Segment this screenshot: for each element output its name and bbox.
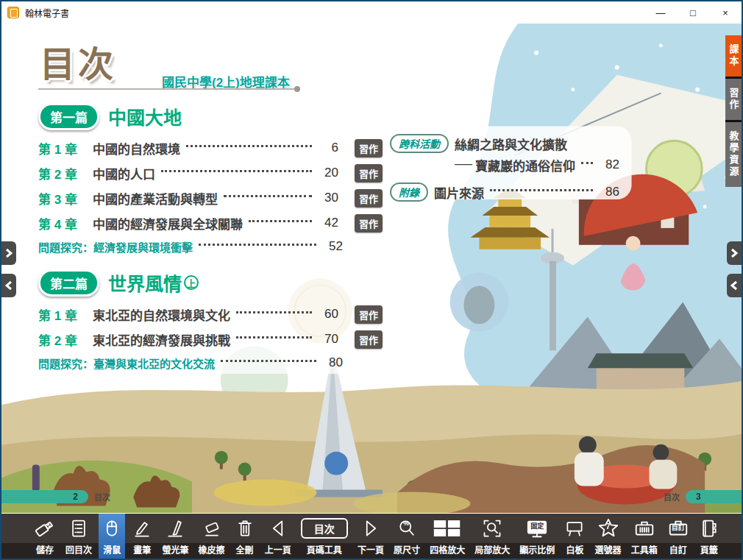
explore-label: 問題探究：臺灣與東北亞的文化交流 [38,355,215,371]
workbook-button[interactable]: 習作 [355,330,383,349]
right-panel-next-arrow[interactable] [727,241,742,265]
page-section-label: 目次 [664,491,680,503]
right-panel-prev-arrow[interactable] [727,274,742,297]
dotted-leader [581,162,593,164]
workbook-button[interactable]: 習作 [355,139,383,157]
chapter-title: 東北亞的自然環境與文化 [93,305,230,324]
grid-icon [433,514,462,543]
toc-entry[interactable]: 第 4 章 中國的經濟發展與全球關聯 42 習作 [38,210,383,235]
left-panel-prev-arrow[interactable] [1,274,16,297]
dotted-leader [236,311,312,313]
dotted-leader [249,220,312,222]
mouse-tool-button[interactable]: 滑鼠 [99,514,125,559]
previous-page-button[interactable]: 上一頁 [262,514,294,559]
display-ratio-button[interactable]: 固定 顯示比例 [516,514,558,559]
chapter-title: 中國的自然環境 [93,139,180,157]
section-badge: 第二篇 [38,269,99,297]
chapter-page: 60 [315,307,338,322]
tab-textbook[interactable]: 課本 [725,35,742,77]
toc-entry-explore[interactable]: 問題探究：經濟發展與環境衝擊 52 [38,235,383,258]
highlighter-tool-button[interactable]: 螢光筆 [159,514,191,559]
explore-page: 80 [319,355,343,370]
bottom-toolbar: 儲存 回目次 滑鼠 畫筆 螢光筆 [1,514,742,559]
chevron-right-icon [730,248,738,258]
chapter-page: 6 [315,141,338,155]
toc-entry[interactable]: 第 2 章 東北亞的經濟發展與挑戰 70 習作 [38,327,383,352]
whiteboard-button[interactable]: 白板 [561,514,588,559]
tab-workbook[interactable]: 習作 [725,79,742,120]
workbook-button[interactable]: 習作 [355,214,383,233]
partial-zoom-button[interactable]: 局部放大 [472,514,513,559]
chapter-title: 中國的人口 [93,164,155,182]
left-page-indicator: 2 目次 [1,490,116,503]
toc-jump-button[interactable]: 目次 [301,518,348,539]
workbook-button[interactable]: 習作 [355,189,383,208]
dotted-leader [186,145,312,147]
back-to-toc-button[interactable]: 回目次 [63,514,95,559]
left-panel-next-arrow[interactable] [1,241,16,265]
section-2-header: 第二篇 世界風情上 [38,269,383,296]
dotted-leader [490,189,593,191]
explore-label: 問題探究：經濟發展與環境衝擊 [38,239,193,255]
custom-button[interactable]: 自訂 自訂 [664,514,692,559]
window-title: 翰林電子書 [25,7,69,19]
chapter-page: 30 [315,191,338,205]
usb-drive-icon [34,514,56,543]
appendix-entry[interactable]: 附錄 圖片來源 86 [390,182,619,202]
dotted-leader [236,336,312,339]
original-size-button[interactable]: % 原尺寸 [391,514,423,559]
chapter-page: 70 [315,332,338,347]
number-picker-button[interactable]: 7 選號器 [592,514,625,559]
cross-activity-badge: 跨科活動 [390,134,449,153]
maximize-button[interactable]: □ [677,1,709,24]
pen-tool-button[interactable]: 畫筆 [129,514,155,559]
app-window: 翰林電子書 — □ × [0,0,743,560]
dotted-leader [221,360,316,362]
toc-entry[interactable]: 第 2 章 中國的人口 20 習作 [38,160,383,185]
bookmark-page-icon [699,514,719,543]
toolbox-button[interactable]: 工具箱 [628,514,661,559]
toc-entry-explore[interactable]: 問題探究：臺灣與東北亞的文化交流 80 [38,352,383,374]
next-page-button[interactable]: 下一頁 [355,514,387,559]
toc-entry[interactable]: 第 1 章 中國的自然環境 6 習作 [38,135,383,160]
title-bar: 翰林電子書 — □ × [1,1,742,24]
pencil-icon [132,514,152,543]
chapter-number: 第 2 章 [38,330,93,349]
eraser-icon [202,514,222,543]
toc-list: 第一篇 中國大地 第 1 章 中國的自然環境 6 習作 第 2 章 中國的人口 … [38,103,383,374]
toc-entry[interactable]: 第 1 章 東北亞的自然環境與文化 60 習作 [38,302,383,327]
heading-divider [38,88,297,90]
mouse-icon [102,514,122,543]
appendix-badge: 附錄 [390,182,428,202]
save-button[interactable]: 儲存 [31,514,59,559]
page-canvas: 目次 國民中學(2上)地理課本 第一篇 中國大地 第 1 章 中國的自然環境 6… [1,24,742,514]
close-button[interactable]: × [709,1,742,24]
page-number-pill: 2 [1,490,88,503]
workbook-button[interactable]: 習作 [355,164,383,182]
circled-shang-mark: 上 [184,275,199,290]
section-title: 世界風情上 [108,269,199,296]
zoom-area-icon [482,514,502,543]
workbook-button[interactable]: 習作 [355,305,383,324]
chapter-title: 東北亞的經濟發展與挑戰 [93,330,230,349]
custom-box-icon: 自訂 [667,514,689,543]
extra-title: 絲綢之路與文化擴散 [455,135,567,153]
zoom-percent-icon: % [397,514,417,543]
toc-entry[interactable]: 第 3 章 中國的產業活動與轉型 30 習作 [38,185,383,210]
chapter-title: 中國的產業活動與轉型 [93,189,218,208]
monitor-icon: 固定 [525,514,549,543]
cross-activity-entry[interactable]: 跨科活動 絲綢之路與文化擴散 ── 寶藏巖的通俗信仰 82 [390,134,619,174]
page-title: 目次 [40,35,116,87]
delete-all-button[interactable]: 全刪 [232,514,258,559]
page-tabs-button[interactable]: 頁籤 [696,514,722,559]
triangle-left-icon [268,514,288,543]
extra-subtitle: 寶藏巖的通俗信仰 [475,156,575,174]
quad-zoom-button[interactable]: 四格放大 [427,514,468,559]
section-1-header: 第一篇 中國大地 [38,103,383,130]
tab-teaching-resources[interactable]: 教學資源 [725,122,742,187]
page-tool-button[interactable]: 目次 頁碼工具 [298,514,351,559]
minimize-button[interactable]: — [644,1,677,24]
eraser-tool-button[interactable]: 橡皮擦 [196,514,228,559]
dotted-leader [161,170,312,172]
toc-list-icon [68,514,89,543]
